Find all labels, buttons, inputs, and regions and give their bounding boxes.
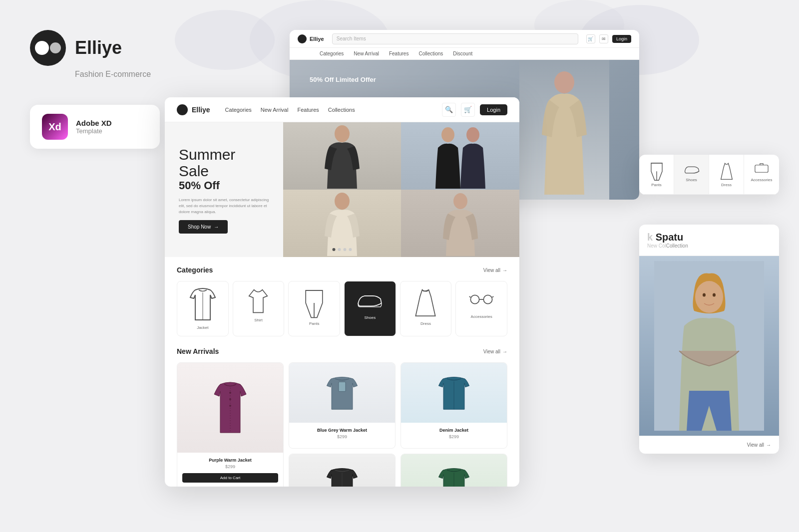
category-dress[interactable]: Dress [400,281,452,336]
svg-rect-11 [339,382,346,391]
purple-jacket-cart-btn[interactable]: Add to Cart [182,473,278,483]
accessories-icon [468,287,494,311]
hero-image-col1 [283,122,401,257]
back-navbar: Elliye Search Items 🛒 ✉ Login [290,30,639,48]
nav-link-new-arrival[interactable]: New Arrival [261,107,289,113]
denim-jacket-name: Denim Jacket [406,428,502,433]
category-pants[interactable]: Pants [288,281,340,336]
back-link-collections: Collections [418,51,443,56]
svg-point-17 [713,293,716,297]
denim-jacket-price: $299 [406,434,502,439]
navbar-actions: 🔍 🛒 Login [442,103,507,117]
hero-sale-text: Summer Sale [179,146,269,179]
category-accessories[interactable]: Accessories [455,281,507,336]
rp-cat-shoes[interactable]: Shoes [674,155,709,194]
brand-logo-area: Elliye [30,30,151,66]
brand-logo-icon [30,30,66,66]
hero-model-svg [539,65,589,195]
rp-cat-accessories[interactable]: Accessories [744,155,779,194]
purple-jacket-info: Purple Warm Jacket $299 Add to Cart [177,453,283,487]
category-shirt[interactable]: Shirt [233,281,285,336]
rp-dress-icon [720,162,734,181]
rp-pants-label: Pants [651,183,661,187]
dot-4[interactable] [349,248,352,251]
left-brand-area: Elliye Fashion E-commerce [30,30,151,79]
right-panel-cats-grid: Pants Shoes Dress Accessories [639,155,779,195]
collection-view-all[interactable]: View all → [747,442,771,448]
new-arrivals-grid: Purple Warm Jacket $299 Add to Cart Blue… [177,362,507,487]
collection-woman-svg [654,261,764,431]
product-blue-grey-jacket: Blue Grey Warm Jacket $299 [289,362,396,449]
back-cart-icon: 🛒 [586,34,595,43]
navbar-brand: Elliye [192,106,210,114]
cart-icon-btn[interactable]: 🛒 [461,103,475,117]
collection-arrow: → [766,442,771,448]
rp-shoes-icon [684,162,700,176]
new-arrivals-header: New Arrivals View all → [177,347,507,355]
green-jacket-image [401,454,507,487]
black-jacket-svg [325,467,360,487]
models-pair-svg [425,124,495,189]
search-icon-btn[interactable]: 🔍 [442,103,456,117]
denim-jacket-svg [436,375,471,410]
shirt-label: Shirt [254,318,262,322]
new-arrivals-section: New Arrivals View all → [165,345,519,487]
jacket-label: Jacket [197,325,208,330]
back-login-btn[interactable]: Login [612,35,631,43]
pants-icon [304,287,325,318]
navbar-links: Categories New Arrival Features Collecti… [225,107,355,113]
green-jacket-svg [436,467,471,487]
main-navbar: Elliye Categories New Arrival Features C… [165,97,519,122]
svg-point-16 [703,293,706,297]
model-1-svg [322,124,362,189]
category-jacket[interactable]: Jacket [177,281,229,336]
svg-point-9 [229,398,231,400]
new-arrivals-view-all[interactable]: View all → [483,349,507,354]
purple-jacket-price: $299 [182,464,278,469]
hero-img-right-top [401,122,519,190]
svg-point-1 [335,125,350,142]
login-button[interactable]: Login [480,104,507,115]
purple-jacket-name: Purple Warm Jacket [182,458,278,463]
black-jacket-image [289,454,395,487]
product-black-jacket: Black Jacket $299 [289,454,396,487]
blue-grey-jacket-svg [325,375,360,410]
dot-1[interactable] [333,248,336,251]
dot-2[interactable] [338,248,341,251]
back-link-features: Features [389,51,408,56]
jacket-icon [188,287,218,322]
denim-jacket-image [401,363,507,423]
navbar-logo: Elliye [177,104,210,115]
categories-view-all[interactable]: View all → [483,267,507,273]
denim-jacket-info: Denim Jacket $299 [401,423,507,448]
blue-grey-jacket-info: Blue Grey Warm Jacket $299 [289,423,395,448]
category-shoes[interactable]: Shoes [344,281,396,336]
xd-subtitle: Template [76,127,112,135]
rp-cat-pants[interactable]: Pants [639,155,674,194]
shop-now-button[interactable]: Shop Now → [179,220,228,234]
hero-carousel-dots [333,248,352,251]
nav-link-features[interactable]: Features [297,107,319,113]
back-mail-icon: ✉ [599,34,608,43]
rp-shoes-label: Shoes [686,178,697,182]
brand-subtitle: Fashion E-commerce [75,70,151,79]
model-3-svg [438,191,483,256]
product-purple-jacket: Purple Warm Jacket $299 Add to Cart [177,362,284,487]
hero-img-top [283,122,401,190]
collection-header: k Spatu New ColCollection [639,225,779,256]
brand-name: Elliye [75,37,122,58]
nav-link-categories[interactable]: Categories [225,107,252,113]
shirt-icon [246,287,271,315]
nav-link-collections[interactable]: Collections [328,107,355,113]
svg-point-10 [229,405,231,407]
hero-img-right-bottom [401,190,519,257]
back-link-new-arrival: New Arrival [354,51,379,56]
back-nav-search: Search Items [332,33,578,44]
back-nav-logo: Elliye [298,34,324,43]
xd-title: Adobe XD [76,119,112,127]
collection-subtitle: New ColCollection [647,243,771,249]
rp-cat-dress[interactable]: Dress [709,155,744,194]
svg-point-8 [229,392,231,394]
back-nav-logo-icon [298,34,307,43]
dot-3[interactable] [344,248,347,251]
